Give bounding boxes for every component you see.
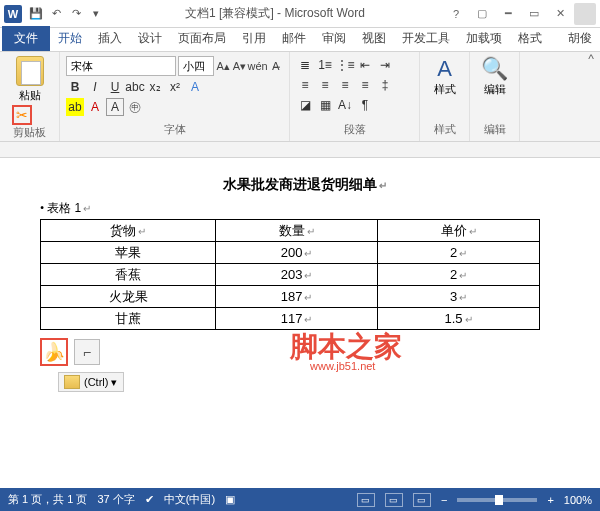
table-header-cell: 数量↵ bbox=[216, 220, 378, 242]
strike-button[interactable]: abc bbox=[126, 78, 144, 96]
table-caption: • 表格 1↵ bbox=[40, 200, 570, 217]
highlight-button[interactable]: ab bbox=[66, 98, 84, 116]
status-macro-icon[interactable]: ▣ bbox=[225, 493, 235, 506]
numbering-button[interactable]: 1≡ bbox=[316, 56, 334, 74]
styles-button-label: 样式 bbox=[434, 82, 456, 97]
font-name-select[interactable] bbox=[66, 56, 176, 76]
zoom-in-button[interactable]: + bbox=[547, 494, 553, 506]
find-icon[interactable]: 🔍 bbox=[481, 56, 508, 82]
text-effects-icon[interactable]: A bbox=[186, 78, 204, 96]
borders-button[interactable]: ▦ bbox=[316, 96, 334, 114]
editing-button-label: 编辑 bbox=[484, 82, 506, 97]
sort-button[interactable]: A↓ bbox=[336, 96, 354, 114]
status-language[interactable]: 中文(中国) bbox=[164, 492, 215, 507]
layout-options-icon[interactable]: ⌐ bbox=[74, 339, 100, 365]
watermark: 脚本之家 www.jb51.net bbox=[290, 328, 402, 372]
tab-insert[interactable]: 插入 bbox=[90, 26, 130, 51]
word-app-icon: W bbox=[4, 5, 22, 23]
bullets-button[interactable]: ≣ bbox=[296, 56, 314, 74]
char-shading-button[interactable]: A bbox=[106, 98, 124, 116]
tab-references[interactable]: 引用 bbox=[234, 26, 274, 51]
paste-options-icon bbox=[64, 375, 80, 389]
user-avatar[interactable] bbox=[574, 3, 596, 25]
status-words[interactable]: 37 个字 bbox=[97, 492, 134, 507]
status-page[interactable]: 第 1 页，共 1 页 bbox=[8, 492, 87, 507]
tab-home[interactable]: 开始 bbox=[50, 26, 90, 51]
document-title: 水果批发商进退货明细单↵ bbox=[40, 176, 570, 194]
view-print-icon[interactable]: ▭ bbox=[385, 493, 403, 507]
table-header-cell: 单价↵ bbox=[378, 220, 540, 242]
font-size-select[interactable] bbox=[178, 56, 214, 76]
font-color-button[interactable]: A bbox=[86, 98, 104, 116]
show-marks-button[interactable]: ¶ bbox=[356, 96, 374, 114]
align-right-button[interactable]: ≡ bbox=[336, 76, 354, 94]
user-name[interactable]: 胡俊 bbox=[560, 26, 600, 51]
styles-group-label: 样式 bbox=[434, 122, 456, 137]
paste-options-button[interactable]: (Ctrl) ▾ bbox=[58, 372, 124, 392]
group-font: A▴ A▾ wén A̶ B I U abc x₂ x² A ab A A ㊥ … bbox=[60, 52, 290, 141]
tab-file[interactable]: 文件 bbox=[2, 26, 50, 51]
detail-table[interactable]: 货物↵ 数量↵ 单价↵ 苹果200↵2↵ 香蕉203↵2↵ 火龙果187↵3↵ … bbox=[40, 219, 540, 330]
quick-access-toolbar: 💾 ↶ ↷ ▾ bbox=[28, 6, 104, 22]
qat-redo-icon[interactable]: ↷ bbox=[68, 6, 84, 22]
status-proofing-icon[interactable]: ✔ bbox=[145, 493, 154, 506]
title-bar: W 💾 ↶ ↷ ▾ 文档1 [兼容模式] - Microsoft Word ? … bbox=[0, 0, 600, 28]
collapse-ribbon-icon[interactable]: ^ bbox=[588, 52, 594, 66]
ribbon-display-icon[interactable]: ▢ bbox=[472, 6, 492, 22]
horizontal-ruler[interactable] bbox=[0, 142, 600, 158]
window-buttons: ? ▢ ━ ▭ ✕ bbox=[446, 6, 570, 22]
qat-undo-icon[interactable]: ↶ bbox=[48, 6, 64, 22]
shrink-font-icon[interactable]: A▾ bbox=[232, 57, 246, 75]
tab-layout[interactable]: 页面布局 bbox=[170, 26, 234, 51]
tab-mailings[interactable]: 邮件 bbox=[274, 26, 314, 51]
line-spacing-button[interactable]: ‡ bbox=[376, 76, 394, 94]
close-icon[interactable]: ✕ bbox=[550, 6, 570, 22]
pasted-image-area: 🍌 ⌐ bbox=[40, 338, 100, 366]
tab-design[interactable]: 设计 bbox=[130, 26, 170, 51]
paste-label: 粘贴 bbox=[19, 88, 41, 103]
styles-icon[interactable]: A bbox=[437, 56, 452, 82]
view-web-icon[interactable]: ▭ bbox=[413, 493, 431, 507]
maximize-icon[interactable]: ▭ bbox=[524, 6, 544, 22]
superscript-button[interactable]: x² bbox=[166, 78, 184, 96]
ribbon-tabs: 文件 开始 插入 设计 页面布局 引用 邮件 审阅 视图 开发工具 加载项 格式… bbox=[0, 28, 600, 52]
bold-button[interactable]: B bbox=[66, 78, 84, 96]
grow-font-icon[interactable]: A▴ bbox=[216, 57, 230, 75]
document-area[interactable]: 水果批发商进退货明细单↵ • 表格 1↵ 货物↵ 数量↵ 单价↵ 苹果200↵2… bbox=[0, 158, 600, 468]
phonetic-guide-icon[interactable]: wén bbox=[249, 57, 267, 75]
paragraph-group-label: 段落 bbox=[296, 122, 413, 137]
tab-view[interactable]: 视图 bbox=[354, 26, 394, 51]
view-read-icon[interactable]: ▭ bbox=[357, 493, 375, 507]
tab-format[interactable]: 格式 bbox=[510, 26, 550, 51]
paste-button[interactable]: 粘贴 bbox=[6, 56, 53, 103]
italic-button[interactable]: I bbox=[86, 78, 104, 96]
multilevel-button[interactable]: ⋮≡ bbox=[336, 56, 354, 74]
tab-addins[interactable]: 加载项 bbox=[458, 26, 510, 51]
group-clipboard: 粘贴 ✂ 剪贴板 bbox=[0, 52, 60, 141]
dec-indent-button[interactable]: ⇤ bbox=[356, 56, 374, 74]
justify-button[interactable]: ≡ bbox=[356, 76, 374, 94]
watermark-url: www.jb51.net bbox=[310, 360, 402, 372]
minimize-icon[interactable]: ━ bbox=[498, 6, 518, 22]
subscript-button[interactable]: x₂ bbox=[146, 78, 164, 96]
ribbon: 粘贴 ✂ 剪贴板 A▴ A▾ wén A̶ B I U abc x₂ x² A … bbox=[0, 52, 600, 142]
enclose-char-button[interactable]: ㊥ bbox=[126, 98, 144, 116]
help-icon[interactable]: ? bbox=[446, 6, 466, 22]
zoom-level[interactable]: 100% bbox=[564, 494, 592, 506]
watermark-text: 脚本之家 bbox=[290, 328, 402, 366]
inc-indent-button[interactable]: ⇥ bbox=[376, 56, 394, 74]
tab-developer[interactable]: 开发工具 bbox=[394, 26, 458, 51]
align-left-button[interactable]: ≡ bbox=[296, 76, 314, 94]
cut-button[interactable]: ✂ bbox=[12, 105, 32, 125]
underline-button[interactable]: U bbox=[106, 78, 124, 96]
tab-review[interactable]: 审阅 bbox=[314, 26, 354, 51]
align-center-button[interactable]: ≡ bbox=[316, 76, 334, 94]
qat-dropdown-icon[interactable]: ▾ bbox=[88, 6, 104, 22]
qat-save-icon[interactable]: 💾 bbox=[28, 6, 44, 22]
shading-button[interactable]: ◪ bbox=[296, 96, 314, 114]
zoom-slider[interactable] bbox=[457, 498, 537, 502]
zoom-out-button[interactable]: − bbox=[441, 494, 447, 506]
banana-image[interactable]: 🍌 bbox=[40, 338, 68, 366]
group-paragraph: ≣ 1≡ ⋮≡ ⇤ ⇥ ≡ ≡ ≡ ≡ ‡ ◪ ▦ A↓ ¶ 段落 bbox=[290, 52, 420, 141]
clear-format-icon[interactable]: A̶ bbox=[269, 57, 283, 75]
